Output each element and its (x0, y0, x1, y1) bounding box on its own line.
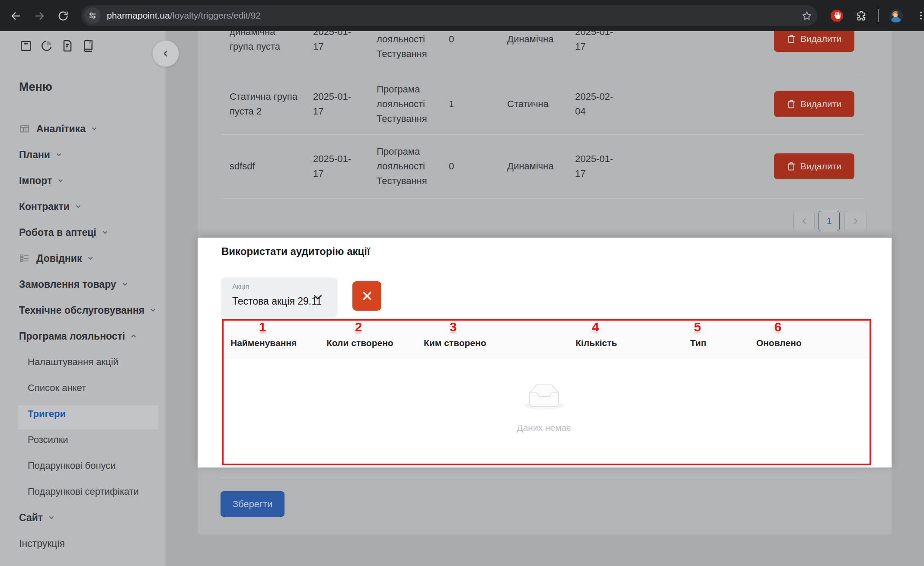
menu-title: Меню (19, 80, 52, 94)
sidebar-item-label: Розсилки (28, 434, 68, 445)
column-header: Оновлено (756, 338, 802, 348)
sidebar-item-label: Замовлення товару (19, 279, 116, 290)
count-value: 0 (449, 159, 454, 174)
annotation-number: 6 (765, 320, 791, 334)
adblock-extension-icon[interactable] (830, 9, 844, 22)
pagination-next-button[interactable] (844, 211, 866, 231)
archive-box-icon[interactable] (19, 39, 33, 53)
created-date: 2025-01-17 (313, 152, 354, 181)
table-grid-icon (19, 123, 30, 134)
trigger-name: динамічна група пуста (230, 31, 299, 54)
sidebar-item-kontrakty[interactable]: Контракти (19, 198, 81, 215)
chevron-down-icon (58, 179, 63, 182)
sidebar-item-label: Технічне обслуговування (19, 305, 144, 316)
sidebar-item-podarunkovi-sertyfikaty[interactable]: Подарункові сертифікати (28, 483, 139, 500)
select-value: Тестова акція 29.11 (232, 296, 322, 307)
created-date: 2025-01-17 (313, 89, 354, 119)
toolbar-divider (878, 9, 879, 22)
trash-icon (787, 99, 796, 109)
chevron-down-icon (122, 283, 128, 286)
clear-selection-button[interactable] (352, 281, 381, 311)
column-header: Найменування (230, 338, 297, 348)
sidebar-item-spysok-anket[interactable]: Список анкет (28, 379, 86, 397)
sidebar-item-label: Плани (19, 149, 50, 161)
reload-icon[interactable] (57, 10, 69, 22)
chevron-down-icon (56, 153, 61, 156)
sidebar-item-nalashtuvannia-aktsii[interactable]: Налаштування акцій (28, 353, 118, 371)
empty-box-icon (524, 385, 564, 410)
program-name: Програма лояльності Тестування (377, 144, 431, 188)
empty-state-text: Даних немає (479, 423, 609, 433)
column-header: Ким створено (424, 338, 486, 348)
pagination-prev-button[interactable] (793, 211, 815, 231)
sidebar-collapse-button[interactable] (152, 40, 179, 67)
url-text: pharmapoint.ua/loyalty/triggers/edit/92 (107, 10, 261, 21)
delete-button-label: Видалити (800, 99, 841, 109)
save-button[interactable]: Зберегти (221, 491, 285, 517)
sidebar-item-instruktsiia[interactable]: Інструкція (19, 535, 65, 552)
sidebar-item-plany[interactable]: Плани (19, 146, 61, 163)
address-bar[interactable]: pharmapoint.ua/loyalty/triggers/edit/92 (81, 5, 817, 26)
document-icon[interactable] (61, 39, 74, 53)
page-number: 1 (826, 216, 831, 227)
table-bottom-border (224, 458, 870, 458)
sidebar-item-sait[interactable]: Сайт (19, 509, 54, 526)
section-divider (221, 477, 864, 477)
column-header: Коли створено (326, 338, 393, 348)
pie-chart-icon[interactable] (40, 39, 54, 53)
annotation-number: 2 (345, 320, 371, 334)
sidebar-item-label: Програма лояльності (19, 331, 125, 342)
url-domain: pharmapoint.ua (107, 10, 170, 20)
sidebar-item-label: Список анкет (28, 382, 86, 394)
sidebar-item-label: Подарункові бонуси (28, 460, 116, 471)
type-value: Статична (507, 97, 549, 111)
delete-button[interactable]: Видалити (774, 153, 854, 179)
delete-button[interactable]: Видалити (774, 91, 854, 117)
sidebar-item-analitika[interactable]: Аналітика (19, 120, 97, 137)
sidebar-item-prohrama-loialnosti[interactable]: Програма лояльності (19, 328, 136, 345)
bookmark-star-icon[interactable] (801, 10, 813, 22)
close-icon (361, 290, 373, 302)
sidebar-item-import[interactable]: Імпорт (19, 172, 63, 189)
pagination-page-1[interactable]: 1 (818, 211, 840, 231)
type-value: Динамічна (507, 32, 553, 47)
book-icon[interactable] (81, 39, 95, 53)
browser-menu-icon[interactable] (916, 10, 924, 21)
column-header: Тип (690, 338, 707, 348)
site-settings-icon[interactable] (84, 7, 101, 24)
browser-toolbar: pharmapoint.ua/loyalty/triggers/edit/92 (0, 0, 924, 31)
sidebar-item-dovidnyk[interactable]: Довідник (19, 250, 93, 267)
sidebar-item-label: Довідник (36, 253, 82, 264)
sidebar-item-robota-v-aptetsi[interactable]: Робота в аптеці (19, 224, 108, 241)
chevron-down-icon (88, 257, 93, 260)
updated-date: 2025-01-17 (575, 31, 616, 54)
chevron-down-icon (150, 308, 156, 312)
profile-avatar[interactable] (889, 9, 903, 22)
sidebar-item-label: Аналітика (36, 123, 86, 135)
page: динамічна група пуста 2025-01-17 Програм… (0, 0, 924, 566)
chevron-right-icon (852, 217, 859, 225)
chevron-down-icon (92, 127, 97, 130)
list-layout-icon (19, 253, 30, 264)
sidebar-item-label: Подарункові сертифікати (28, 486, 139, 497)
sidebar-item-podarunkovi-bonusy[interactable]: Подарункові бонуси (28, 457, 116, 474)
sidebar-item-rozsylky[interactable]: Розсилки (28, 431, 68, 448)
promo-select[interactable]: Акція Тестова акція 29.11 (221, 277, 338, 317)
delete-button[interactable]: Видалити (774, 31, 854, 52)
forward-icon[interactable] (34, 10, 46, 22)
annotation-number: 4 (582, 320, 608, 334)
chevron-down-icon (313, 295, 322, 300)
table-row: динамічна група пуста 2025-01-17 Програм… (198, 31, 864, 74)
sidebar-item-zamovlennia-tovaru[interactable]: Замовлення товару (19, 276, 128, 293)
sidebar-item-label: Інструкція (19, 538, 65, 550)
trash-icon (787, 162, 796, 171)
url-path: /loyalty/triggers/edit/92 (170, 10, 261, 20)
sidebar-item-tryhery[interactable]: Тригери (28, 405, 66, 423)
back-icon[interactable] (10, 10, 22, 22)
save-button-label: Зберегти (233, 499, 273, 510)
annotation-number: 5 (684, 320, 710, 334)
sidebar-item-tekhnichne-obsluhovuvannia[interactable]: Технічне обслуговування (19, 302, 156, 319)
sidebar-item-label: Контракти (19, 201, 70, 213)
use-audience-modal: Використати аудиторію акції Акція Тестов… (198, 238, 892, 467)
extensions-puzzle-icon[interactable] (855, 10, 867, 22)
